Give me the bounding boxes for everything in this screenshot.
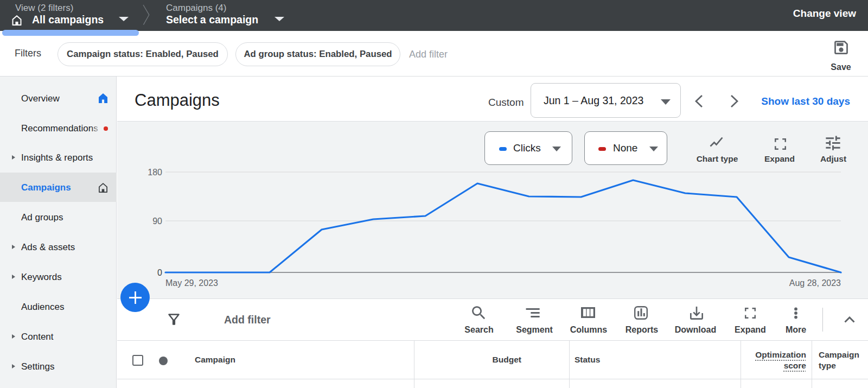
svg-text:0: 0 <box>157 268 162 277</box>
svg-text:90: 90 <box>152 217 162 226</box>
svg-text:180: 180 <box>148 168 162 177</box>
svg-text:Aug 28, 2023: Aug 28, 2023 <box>789 278 841 288</box>
svg-text:May 29, 2023: May 29, 2023 <box>165 278 218 288</box>
